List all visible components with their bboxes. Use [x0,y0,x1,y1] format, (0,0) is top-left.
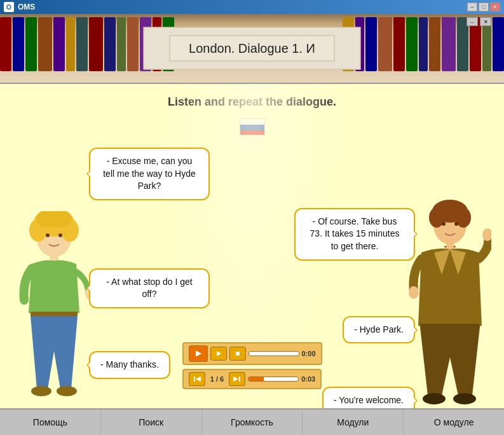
bubble-row-1: - Excuse me, can you tell me the way to … [89,148,415,200]
book [406,17,418,71]
bubble-row-6: - You're welcome. [89,387,415,408]
close-button[interactable]: ✕ [490,3,500,11]
svg-rect-10 [31,312,78,317]
svg-point-20 [482,228,491,241]
bubble-row-4: - Hyde Park. [89,316,415,344]
audio-controls: 0:00 1 / 6 0:03 [182,342,322,389]
main-content: Listen and repeat the dialogue. [0,84,504,408]
svg-point-18 [454,222,458,226]
window-controls: – □ ✕ [467,3,500,11]
audio-top-row: 0:00 [182,342,322,365]
book [127,17,139,71]
nav-modules[interactable]: Модули [303,410,404,435]
next-button[interactable] [229,372,245,386]
flag-container [0,118,504,138]
svg-point-6 [46,233,50,237]
nav-help[interactable]: Помощь [0,410,101,435]
play-button[interactable] [188,345,207,362]
book [429,17,440,71]
shelf-close[interactable]: ✕ [480,17,491,26]
book [442,17,456,71]
bubble-2: - Of course. Take bus 73. It takes 15 mi… [294,208,415,261]
book [393,17,405,71]
svg-marker-26 [216,351,221,356]
minimize-button[interactable]: – [467,3,477,11]
svg-point-24 [453,393,476,404]
book [76,17,88,71]
bubble-row-2: - Of course. Take bus 73. It takes 15 mi… [89,208,415,261]
svg-rect-29 [194,376,195,382]
title-panel-inner: London. Dialogue 1. И [169,36,335,62]
book [0,17,11,71]
book [378,17,392,71]
book [104,17,116,71]
svg-point-23 [423,393,446,404]
nav-search[interactable]: Поиск [101,410,202,435]
audio-time-bottom: 0:03 [301,375,315,383]
svg-marker-28 [196,376,201,382]
dialogue-scene: - Excuse me, can you tell me the way to … [0,148,504,364]
book [66,17,75,71]
bottom-navigation: Помощь Поиск Громкость Модули О модуле [0,408,504,435]
bookshelf-header: London. Dialogue 1. И – ✕ [0,14,504,84]
book [419,17,428,71]
svg-rect-27 [235,352,239,356]
svg-point-12 [57,386,77,396]
stop-button[interactable] [229,347,245,361]
book [25,17,37,71]
book [38,17,52,71]
title-bar-left: O OMS [4,2,35,12]
bubble-row-3: - At what stop do I get off? [89,268,415,308]
svg-point-17 [442,222,446,226]
lesson-title: London. Dialogue 1. И [189,41,315,55]
shelf-minimize[interactable]: – [467,17,478,26]
bookshelf-background: London. Dialogue 1. И – ✕ [0,14,504,83]
play-small-button[interactable] [210,347,226,361]
character-left-svg [13,211,95,408]
bubble-6: - You're welcome. [322,387,415,408]
book [365,17,377,71]
bubble-1: - Excuse me, can you tell me the way to … [89,148,210,200]
audio-time-top: 0:00 [301,350,315,357]
flag-white-stripe [240,119,264,125]
bubble-3: - At what stop do I get off? [89,268,210,308]
book [53,17,65,71]
flag-red-stripe [240,130,264,135]
book [13,17,24,71]
book [117,17,126,71]
svg-point-11 [31,386,51,396]
app-icon: O [4,2,14,12]
nav-volume[interactable]: Громкость [202,410,303,435]
app-title: OMS [18,3,35,11]
svg-point-7 [58,233,62,237]
audio-counter: 1 / 6 [208,375,226,383]
title-panel: London. Dialogue 1. И [143,27,361,70]
maximize-button[interactable]: □ [479,3,489,11]
book [493,17,504,71]
audio-progress-bottom[interactable] [248,376,299,382]
instruction-text: Listen and repeat the dialogue. [0,84,504,115]
bubble-5: - Many thanks. [89,351,170,379]
title-bar: O OMS – □ ✕ [0,0,504,14]
audio-bottom-row: 1 / 6 0:03 [182,369,322,389]
svg-rect-31 [239,376,240,382]
russia-flag [240,118,265,135]
svg-marker-25 [195,350,201,357]
bubble-4: - Hyde Park. [343,316,415,344]
svg-marker-30 [233,376,238,382]
nav-about[interactable]: О модуле [404,410,504,435]
character-left [13,211,95,408]
audio-progress-top[interactable] [248,351,299,356]
flag-blue-stripe [240,125,264,130]
shelf-controls: – ✕ [467,17,491,26]
prev-button[interactable] [189,372,205,386]
book [89,17,103,71]
audio-progress-fill-bottom [249,377,263,381]
